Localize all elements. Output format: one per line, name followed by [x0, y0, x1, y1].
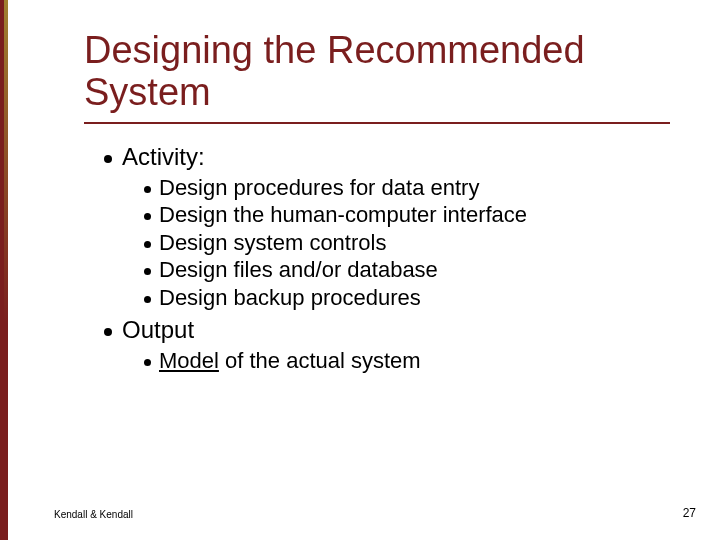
bullet-icon — [144, 241, 151, 248]
slide-number: 27 — [683, 506, 696, 520]
bullet-level2: Design the human-computer interface — [144, 201, 670, 229]
slide: Designing the Recommended System Activit… — [0, 0, 720, 540]
list-item-rest: of the actual system — [219, 348, 421, 373]
title-divider — [84, 122, 670, 124]
bullet-icon — [144, 268, 151, 275]
bullet-icon — [144, 213, 151, 220]
bullet-level1: Activity: — [104, 142, 670, 172]
bullet-level2: Model of the actual system — [144, 347, 670, 375]
slide-body: Activity: Design procedures for data ent… — [84, 142, 670, 375]
list-item: Design procedures for data entry — [159, 174, 479, 202]
bullet-icon — [104, 328, 112, 336]
list-item: Design system controls — [159, 229, 386, 257]
bullet-level2: Design system controls — [144, 229, 670, 257]
bullet-icon — [144, 296, 151, 303]
footer-left: Kendall & Kendall — [54, 509, 133, 520]
list-item: Design files and/or database — [159, 256, 438, 284]
list-item: Design the human-computer interface — [159, 201, 527, 229]
bullet-level2: Design files and/or database — [144, 256, 670, 284]
bullet-icon — [144, 359, 151, 366]
section-heading: Activity: — [122, 142, 205, 172]
slide-title: Designing the Recommended System — [84, 30, 670, 114]
bullet-level1: Output — [104, 315, 670, 345]
bullet-icon — [104, 155, 112, 163]
underlined-text: Model — [159, 348, 219, 373]
list-item: Design backup procedures — [159, 284, 421, 312]
list-item: Model of the actual system — [159, 347, 421, 375]
bullet-level2: Design procedures for data entry — [144, 174, 670, 202]
bullet-icon — [144, 186, 151, 193]
bullet-level2: Design backup procedures — [144, 284, 670, 312]
section-heading: Output — [122, 315, 194, 345]
